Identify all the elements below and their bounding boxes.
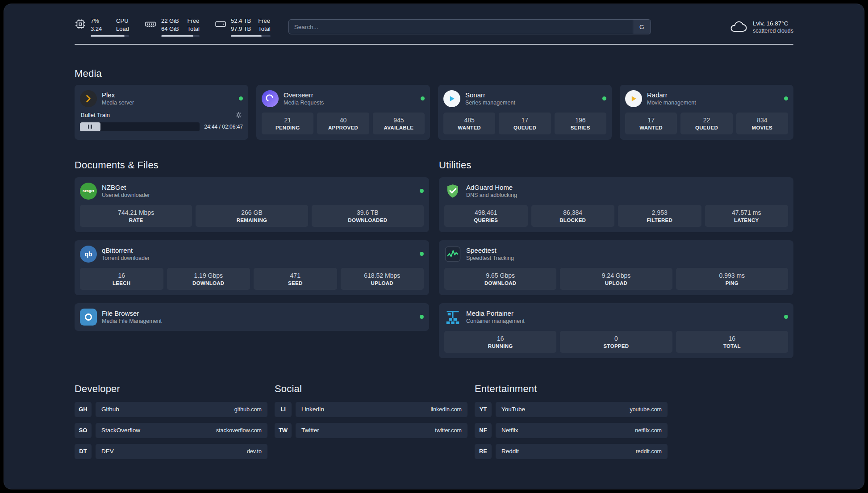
cloud-icon	[730, 20, 747, 33]
playback-progress-bar[interactable]	[80, 122, 200, 131]
bookmark-url: dev.to	[247, 448, 262, 455]
cpu-usage-bar	[91, 35, 129, 37]
stat-tile: 39.6 TB DOWNLOADED	[312, 205, 424, 227]
plex-icon	[80, 90, 97, 107]
app-card-portainer[interactable]: Media Portainer Container management 16 …	[439, 303, 793, 358]
bookmark-link[interactable]: StackOverflow stackoverflow.com	[96, 423, 267, 438]
bookmark-link[interactable]: Twitter twitter.com	[296, 423, 467, 438]
qbittorrent-icon-text: qb	[84, 251, 92, 258]
search-engine-button[interactable]: G	[633, 20, 651, 34]
stat-label: QUEUED	[682, 125, 730, 130]
stat-tile: 17 WANTED	[625, 113, 677, 134]
app-name: Overseerr	[284, 91, 324, 99]
app-card-filebrowser[interactable]: File Browser Media File Management	[75, 303, 429, 331]
bookmark-link[interactable]: Netflix netflix.com	[496, 423, 668, 438]
app-card-plex[interactable]: Plex Media server Bullet Train	[75, 85, 248, 140]
app-card-nzbget[interactable]: nzbget NZBGet Usenet downloader 744.21 M…	[75, 177, 429, 232]
stat-value: 0.993 ms	[678, 272, 786, 279]
stat-value: 266 GB	[197, 209, 306, 216]
bookmark-link[interactable]: Github github.com	[96, 402, 267, 417]
app-subtitle: Torrent downloader	[102, 255, 150, 261]
app-card-qbittorrent[interactable]: qb qBittorrent Torrent downloader 16 LEE…	[75, 240, 429, 295]
stat-value: 9.65 Gbps	[446, 272, 555, 279]
stat-label: PENDING	[263, 125, 312, 130]
stat-tile: 40 APPROVED	[317, 113, 369, 134]
status-dot	[421, 96, 425, 100]
stat-tile: 1.19 Gbps DOWNLOAD	[167, 268, 250, 290]
app-subtitle: DNS and adblocking	[466, 192, 517, 198]
bookmark-abbr[interactable]: SO	[75, 423, 92, 438]
portainer-icon	[444, 309, 461, 326]
bookmark-linkedin: LI LinkedIn linkedin.com	[275, 402, 467, 417]
app-subtitle: Media Requests	[284, 100, 324, 106]
stat-label: PING	[678, 280, 786, 286]
stat-value: 16	[678, 335, 786, 342]
stat-tile: 22 QUEUED	[680, 113, 732, 134]
stat-tile: 21 PENDING	[262, 113, 313, 134]
bookmark-youtube: YT YouTube youtube.com	[475, 402, 668, 417]
bookmark-abbr[interactable]: NF	[475, 423, 492, 438]
stat-value: 16	[446, 335, 555, 342]
cpu-load-value: 3.24	[91, 25, 102, 33]
app-subtitle: Series management	[465, 100, 515, 106]
bookmark-link[interactable]: DEV dev.to	[96, 444, 267, 459]
stat-tile: 834 MOVIES	[736, 113, 788, 134]
speedtest-icon	[444, 246, 461, 263]
ram-icon	[144, 18, 157, 30]
section-title-documents: Documents & Files	[75, 159, 429, 171]
bookmark-github: GH Github github.com	[75, 402, 267, 417]
stat-tile: 196 SERIES	[555, 113, 606, 134]
disk-usage-bar	[231, 35, 271, 37]
stat-value: 0	[562, 335, 670, 342]
stat-tile: 47.571 ms LATENCY	[705, 205, 789, 227]
app-card-radarr[interactable]: Radarr Movie management 17 WANTED 22 QUE…	[620, 85, 793, 140]
stat-tile: 744.21 Mbps RATE	[80, 205, 192, 227]
weather-location: Lviv, 16.87°C	[753, 20, 793, 27]
stat-label: TOTAL	[678, 343, 786, 349]
ram-free-value: 22 GiB	[161, 17, 179, 25]
status-dot	[420, 315, 424, 319]
now-playing-title: Bullet Train	[81, 112, 110, 118]
app-card-adguard[interactable]: AdGuard Home DNS and adblocking 498,461 …	[439, 177, 793, 232]
weather-condition: scattered clouds	[753, 28, 793, 34]
disk-widget: 52.4 TB 97.9 TB Free Total	[215, 17, 271, 37]
bookmark-abbr[interactable]: YT	[475, 402, 492, 417]
stat-tile: 945 AVAILABLE	[373, 113, 425, 134]
section-documents: Documents & Files nzbget NZBGet Usenet d…	[75, 159, 429, 331]
bookmark-link[interactable]: YouTube youtube.com	[496, 402, 668, 417]
bookmark-name: Github	[101, 406, 119, 413]
search-input[interactable]	[289, 20, 633, 34]
bookmark-name: LinkedIn	[301, 406, 324, 413]
stat-label: WANTED	[627, 125, 675, 130]
bookmark-abbr[interactable]: RE	[475, 444, 492, 459]
app-card-sonarr[interactable]: Sonarr Series management 485 WANTED 17 Q…	[438, 85, 612, 140]
stat-tile: 266 GB REMAINING	[196, 205, 308, 227]
app-card-overseerr[interactable]: Overseerr Media Requests 21 PENDING 40 A…	[256, 85, 430, 140]
pause-icon[interactable]	[88, 125, 92, 129]
bookmark-url: linkedin.com	[431, 406, 462, 413]
app-subtitle: Movie management	[647, 100, 696, 106]
app-card-speedtest[interactable]: Speedtest Speedtest Tracking 9.65 Gbps D…	[439, 240, 793, 295]
bookmark-abbr[interactable]: LI	[275, 402, 292, 417]
bookmark-name: Twitter	[301, 427, 319, 434]
nzbget-icon-text: nzbget	[83, 189, 94, 193]
stat-tile: 16 RUNNING	[444, 331, 556, 353]
disk-total-value: 97.9 TB	[231, 25, 251, 33]
top-bar: 7% 3.24 CPU Load 22 GiB	[75, 17, 793, 37]
stat-label: MOVIES	[738, 125, 786, 130]
bookmark-abbr[interactable]: GH	[75, 402, 92, 417]
bookmark-link[interactable]: Reddit reddit.com	[496, 444, 668, 459]
player-settings-button[interactable]	[235, 112, 242, 118]
stat-tile: 17 QUEUED	[499, 113, 551, 134]
bookmark-url: stackoverflow.com	[216, 427, 262, 434]
bookmark-abbr[interactable]: DT	[75, 444, 92, 459]
app-name: Radarr	[647, 91, 696, 99]
cpu-label: CPU	[116, 17, 129, 25]
plex-now-playing: Bullet Train 24:44 / 02:06:47	[80, 111, 243, 131]
bookmark-abbr[interactable]: TW	[275, 423, 292, 438]
stat-value: 40	[319, 117, 367, 124]
stat-label: QUEUED	[501, 125, 549, 130]
stat-label: RUNNING	[446, 343, 555, 349]
bookmark-link[interactable]: LinkedIn linkedin.com	[296, 402, 467, 417]
bookmark-twitter: TW Twitter twitter.com	[275, 423, 467, 438]
